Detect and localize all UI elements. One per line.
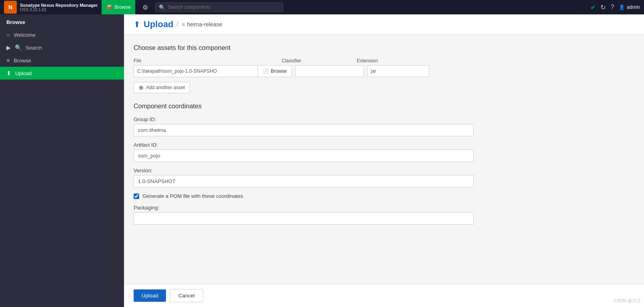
file-icon: 📄 xyxy=(263,68,269,74)
browse-button[interactable]: 📄 Browse xyxy=(258,65,292,77)
packaging-label: Packaging: xyxy=(134,205,634,211)
app-title: Sonatype Nexus Repository Manager xyxy=(20,3,98,8)
page-header: ⬆ Upload / ≡ heima-release xyxy=(124,14,644,35)
generate-pom-label: Generate a POM file with these coordinat… xyxy=(142,193,243,199)
col-classifier-header: Classifier xyxy=(282,58,357,64)
assets-section-title: Choose assets for this component xyxy=(134,44,634,52)
repo-breadcrumb: ≡ heima-release xyxy=(182,21,222,28)
sidebar-item-welcome[interactable]: ○ Welcome xyxy=(0,28,124,41)
search-input[interactable] xyxy=(168,4,280,10)
browse-icon: 📦 xyxy=(106,4,112,10)
logo-text: Sonatype Nexus Repository Manager OSS 3.… xyxy=(20,3,98,12)
col-file-header: File xyxy=(134,58,282,64)
add-asset-label: Add another asset xyxy=(146,85,185,90)
repo-label: heima-release xyxy=(187,21,222,28)
coordinates-section: Component coordinates Group ID: Artifact… xyxy=(134,103,634,225)
sidebar: Browse ○ Welcome ▶ 🔍 Search ≡ Browse ⬆ U… xyxy=(0,14,124,307)
artifact-id-label: Artifact ID: xyxy=(134,142,634,148)
app-logo: N Sonatype Nexus Repository Manager OSS … xyxy=(4,1,98,14)
repo-icon: ≡ xyxy=(182,21,185,28)
browse-nav-button[interactable]: 📦 Browse xyxy=(102,0,135,14)
watermark: CSDN @汪汪 xyxy=(614,298,641,304)
page-upload-icon: ⬆ xyxy=(134,20,140,29)
generate-pom-checkbox[interactable] xyxy=(134,193,139,199)
admin-label: admin xyxy=(627,4,640,10)
sidebar-item-browse-label: Browse xyxy=(14,58,31,64)
col-extension-header: Extension xyxy=(357,58,421,64)
search-bar: 🔍 xyxy=(155,2,283,12)
main-layout: Browse ○ Welcome ▶ 🔍 Search ≡ Browse ⬆ U… xyxy=(0,14,644,307)
sidebar-item-welcome-label: Welcome xyxy=(14,32,35,38)
artifact-id-field: Artifact ID: xyxy=(134,142,634,162)
version-field: Version: xyxy=(134,167,634,187)
admin-menu[interactable]: 👤 admin xyxy=(619,4,640,10)
sidebar-section-label: Browse xyxy=(0,14,124,28)
search-icon: 🔍 xyxy=(159,4,165,10)
search-icon: 🔍 xyxy=(15,44,22,51)
browse-nav-label: Browse xyxy=(114,4,130,10)
group-id-label: Group ID: xyxy=(134,116,634,122)
file-input-group: 📄 Browse xyxy=(134,65,292,77)
refresh-icon[interactable]: ↻ xyxy=(600,4,606,11)
check-status-icon[interactable]: ✔ xyxy=(590,4,596,11)
file-row: 📄 Browse xyxy=(134,65,634,77)
packaging-input[interactable] xyxy=(134,212,474,225)
topbar-right: ✔ ↻ ? 👤 admin xyxy=(590,4,640,11)
page-title: Upload xyxy=(144,19,174,30)
logo-icon: N xyxy=(4,1,17,14)
cancel-button[interactable]: Cancel xyxy=(170,289,203,302)
sidebar-item-search[interactable]: ▶ 🔍 Search xyxy=(0,41,124,54)
sidebar-item-upload-label: Upload xyxy=(15,70,32,76)
classifier-input[interactable] xyxy=(295,65,364,77)
coordinates-title: Component coordinates xyxy=(134,103,634,110)
sidebar-item-upload[interactable]: ⬆ Upload xyxy=(0,67,124,80)
version-input[interactable] xyxy=(134,175,474,187)
artifact-id-input[interactable] xyxy=(134,150,474,162)
extension-input[interactable] xyxy=(367,65,429,77)
sidebar-item-browse[interactable]: ≡ Browse xyxy=(0,54,124,67)
form-area: Choose assets for this component File Cl… xyxy=(124,35,644,284)
sidebar-item-search-label: Search xyxy=(26,45,42,51)
add-another-asset-button[interactable]: ⊕ Add another asset xyxy=(134,82,190,93)
breadcrumb-sep: / xyxy=(177,21,178,28)
add-icon: ⊕ xyxy=(139,84,144,91)
app-version: OSS 3.20.1-01 xyxy=(20,8,98,12)
upload-button[interactable]: Upload xyxy=(134,289,166,302)
settings-button[interactable]: ⚙ xyxy=(139,2,151,13)
topbar: N Sonatype Nexus Repository Manager OSS … xyxy=(0,0,644,14)
column-headers: File Classifier Extension xyxy=(134,58,634,64)
version-label: Version: xyxy=(134,167,634,173)
content-area: ⬆ Upload / ≡ heima-release Choose assets… xyxy=(124,14,644,307)
help-icon[interactable]: ? xyxy=(610,4,614,11)
group-id-field: Group ID: xyxy=(134,116,634,136)
packaging-field: Packaging: xyxy=(134,205,634,225)
expand-icon: ▶ xyxy=(6,44,11,51)
user-icon: 👤 xyxy=(619,4,625,10)
generate-pom-row: Generate a POM file with these coordinat… xyxy=(134,193,634,199)
browse-icon: ≡ xyxy=(6,57,10,64)
file-path-input[interactable] xyxy=(134,65,258,77)
upload-icon: ⬆ xyxy=(6,70,11,76)
browse-label: Browse xyxy=(271,68,287,74)
group-id-input[interactable] xyxy=(134,124,474,136)
welcome-icon: ○ xyxy=(6,32,10,38)
footer-buttons: Upload Cancel xyxy=(124,284,644,307)
